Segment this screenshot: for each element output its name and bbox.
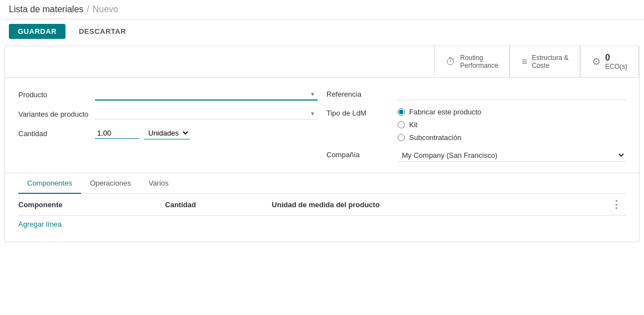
col-componente: Componente bbox=[18, 194, 165, 216]
tab-varios[interactable]: Varios bbox=[140, 173, 178, 194]
radio-kit[interactable]: Kit bbox=[398, 121, 481, 129]
eco-label: ECO(s) bbox=[605, 63, 627, 71]
radio-fabricar-input[interactable] bbox=[398, 108, 405, 116]
referencia-input[interactable] bbox=[398, 89, 626, 100]
tipo-ldm-label: Tipo de LdM bbox=[326, 108, 393, 117]
tabs-section: Componentes Operaciones Varios bbox=[5, 173, 639, 194]
unit-select[interactable]: Unidades bbox=[144, 127, 190, 139]
column-options-icon[interactable]: ⋮ bbox=[611, 194, 621, 214]
breadcrumb-main: Lista de materiales bbox=[9, 4, 83, 14]
producto-row: Producto ▼ bbox=[18, 89, 318, 101]
variantes-dropdown-arrow[interactable]: ▼ bbox=[308, 109, 318, 118]
radio-fabricar-label: Fabricar este producto bbox=[409, 108, 481, 116]
breadcrumb-separator: / bbox=[87, 4, 89, 14]
unit-select-wrapper: Unidades bbox=[144, 127, 190, 139]
table-section: Componente Cantidad Unidad de medida del… bbox=[5, 194, 639, 242]
radio-subcontratacion-input[interactable] bbox=[398, 134, 405, 141]
eco-count: 0 bbox=[605, 53, 627, 63]
cantidad-row: Cantidad Unidades bbox=[18, 127, 318, 139]
variantes-row: Variantes de producto ▼ bbox=[18, 108, 318, 119]
gear-icon: ⚙ bbox=[592, 56, 601, 68]
top-bar: Lista de materiales / Nuevo bbox=[0, 0, 644, 19]
producto-label: Producto bbox=[18, 91, 90, 99]
estructura-coste-button[interactable]: ≡ Estructura &Coste bbox=[510, 46, 580, 77]
col-unidad: Unidad de medida del producto bbox=[272, 194, 611, 216]
variantes-label: Variantes de producto bbox=[18, 110, 90, 118]
col-cantidad: Cantidad bbox=[165, 194, 271, 216]
component-table: Componente Cantidad Unidad de medida del… bbox=[18, 194, 626, 233]
action-bar: GUARDAR DESCARTAR bbox=[0, 19, 644, 43]
col-actions: ⋮ bbox=[611, 194, 626, 216]
cantidad-input[interactable] bbox=[95, 128, 139, 139]
producto-input-wrapper: ▼ bbox=[95, 89, 318, 101]
radio-subcontratacion-label: Subcontratación bbox=[409, 133, 461, 142]
producto-input[interactable] bbox=[95, 89, 308, 99]
compania-select[interactable]: My Company (San Francisco) bbox=[398, 149, 626, 161]
form-left: Producto ▼ Variantes de producto ▼ Canti… bbox=[18, 89, 318, 162]
smart-buttons-bar: ⏱ RoutingPerformance ≡ Estructura &Coste… bbox=[5, 46, 639, 78]
routing-performance-button[interactable]: ⏱ RoutingPerformance bbox=[434, 46, 510, 77]
list-icon: ≡ bbox=[521, 56, 527, 68]
radio-kit-label: Kit bbox=[409, 121, 417, 129]
tipo-ldm-options: Fabricar este producto Kit Subcontrataci… bbox=[398, 108, 481, 142]
breadcrumb-sub: Nuevo bbox=[93, 4, 118, 14]
compania-select-wrapper: My Company (San Francisco) bbox=[398, 149, 626, 162]
cantidad-label: Cantidad bbox=[18, 129, 90, 138]
estructura-coste-label: Estructura &Coste bbox=[532, 54, 568, 69]
clock-icon: ⏱ bbox=[446, 56, 456, 68]
variantes-input[interactable] bbox=[95, 108, 308, 119]
discard-button[interactable]: DESCARTAR bbox=[70, 24, 135, 39]
cantidad-inputs: Unidades bbox=[95, 127, 190, 139]
table-row-empty: Agregar línea bbox=[18, 216, 626, 233]
producto-dropdown-arrow[interactable]: ▼ bbox=[308, 90, 318, 98]
main-content: ⏱ RoutingPerformance ≡ Estructura &Coste… bbox=[4, 46, 640, 242]
tab-componentes[interactable]: Componentes bbox=[18, 173, 81, 194]
save-button[interactable]: GUARDAR bbox=[9, 24, 66, 39]
tipo-ldm-row: Tipo de LdM Fabricar este producto Kit S… bbox=[326, 108, 626, 142]
form-body: Producto ▼ Variantes de producto ▼ Canti… bbox=[5, 78, 639, 173]
compania-label: Compañía bbox=[326, 149, 393, 159]
referencia-label: Referencia bbox=[326, 89, 393, 98]
eco-button[interactable]: ⚙ 0 ECO(s) bbox=[580, 46, 639, 77]
tab-operaciones[interactable]: Operaciones bbox=[81, 173, 140, 194]
form-right: Referencia Tipo de LdM Fabricar este pro… bbox=[326, 89, 626, 162]
breadcrumb: Lista de materiales / Nuevo bbox=[9, 4, 118, 14]
referencia-row: Referencia bbox=[326, 89, 626, 100]
compania-row: Compañía My Company (San Francisco) bbox=[326, 149, 626, 162]
tabs-bar: Componentes Operaciones Varios bbox=[18, 173, 626, 194]
routing-performance-label: RoutingPerformance bbox=[460, 54, 499, 69]
radio-kit-input[interactable] bbox=[398, 121, 405, 128]
add-line-button[interactable]: Agregar línea bbox=[18, 216, 62, 233]
radio-subcontratacion[interactable]: Subcontratación bbox=[398, 133, 481, 142]
radio-fabricar[interactable]: Fabricar este producto bbox=[398, 108, 481, 116]
